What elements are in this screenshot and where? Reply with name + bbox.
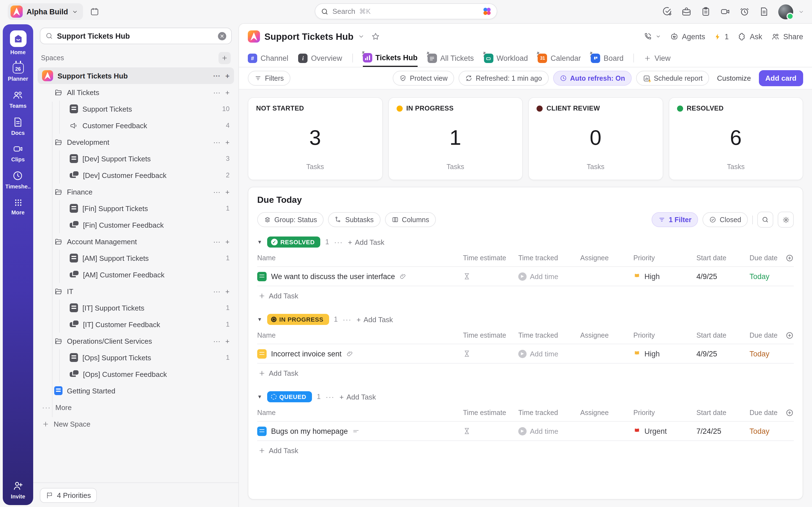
- sidebar-list[interactable]: [Fin] Customer Feedback: [38, 217, 234, 233]
- add-task-icon[interactable]: [662, 7, 672, 16]
- sidebar-list[interactable]: [Fin] Support Tickets 1: [38, 200, 234, 217]
- folder-menu-icon[interactable]: ···: [213, 337, 220, 345]
- status-badge-resolved[interactable]: ✓ RESOLVED: [267, 236, 320, 247]
- sidebar-doc-getting-started[interactable]: Getting Started: [38, 382, 234, 399]
- collapse-icon[interactable]: ▼: [257, 239, 262, 245]
- briefcase-icon[interactable]: [681, 7, 692, 16]
- folder-menu-icon[interactable]: ···: [213, 138, 220, 146]
- call-button[interactable]: [643, 32, 661, 41]
- add-column-icon[interactable]: [785, 409, 794, 417]
- group-add-task[interactable]: + Add Task: [340, 393, 376, 401]
- group-menu-icon[interactable]: ···: [326, 393, 335, 401]
- due-date-cell[interactable]: Today: [750, 427, 784, 435]
- auto-refresh-toggle[interactable]: Auto refresh: On: [553, 71, 632, 86]
- customize-button[interactable]: Customize: [714, 74, 754, 82]
- sidebar-list[interactable]: [Dev] Support Tickets 3: [38, 150, 234, 167]
- add-column-icon[interactable]: [785, 331, 794, 340]
- due-date-cell[interactable]: Today: [750, 349, 784, 358]
- sidebar-list[interactable]: [Ops] Customer Feedback: [38, 366, 234, 382]
- clipboard-icon[interactable]: [701, 7, 711, 16]
- add-time-button[interactable]: ▶Add time: [518, 349, 580, 358]
- add-task-row[interactable]: Add Task: [257, 286, 794, 305]
- status-badge-queued[interactable]: QUEUED: [267, 391, 312, 402]
- user-avatar[interactable]: [778, 4, 793, 19]
- tab-all-tickets[interactable]: All Tickets: [427, 49, 474, 67]
- time-estimate-cell[interactable]: [463, 350, 518, 357]
- space-add-icon[interactable]: +: [225, 71, 230, 80]
- folder-menu-icon[interactable]: ···: [213, 287, 220, 295]
- time-estimate-cell[interactable]: [463, 272, 518, 280]
- group-add-task[interactable]: + Add Task: [356, 315, 393, 324]
- global-search[interactable]: Search ⌘K: [315, 3, 497, 19]
- tab-channel[interactable]: # Channel: [248, 49, 289, 67]
- sidebar-item-space[interactable]: Support Tickets Hub ···+: [38, 67, 234, 84]
- settings-button[interactable]: [778, 212, 794, 228]
- tab-calendar[interactable]: 31 Calendar: [538, 49, 581, 67]
- status-badge-in-progress[interactable]: IN PROGRESS: [267, 314, 329, 325]
- alarm-icon[interactable]: [740, 7, 750, 16]
- card-in-progress[interactable]: IN PROGRESS 1 Tasks: [388, 97, 523, 180]
- task-name[interactable]: We want to discuss the user interface: [271, 272, 395, 280]
- sidebar-list[interactable]: [Ops] Support Tickets 1: [38, 349, 234, 366]
- video-icon[interactable]: [720, 7, 730, 16]
- rail-item-clips[interactable]: Clips: [11, 144, 25, 162]
- group-by-button[interactable]: Group: Status: [257, 212, 323, 227]
- task-name[interactable]: Incorrect invoice sent: [271, 349, 342, 358]
- add-column-icon[interactable]: [785, 254, 794, 262]
- sidebar-folder[interactable]: IT ···+: [38, 283, 234, 299]
- space-menu-icon[interactable]: ···: [213, 71, 220, 80]
- add-view-button[interactable]: View: [644, 49, 670, 67]
- folder-add-icon[interactable]: +: [225, 138, 230, 146]
- invite-button[interactable]: Invite: [11, 480, 25, 500]
- subtasks-button[interactable]: Subtasks: [328, 212, 380, 227]
- ask-button[interactable]: Ask: [738, 32, 762, 41]
- folder-add-icon[interactable]: +: [225, 187, 230, 196]
- sidebar-folder[interactable]: Operations/Client Services ···+: [38, 333, 234, 349]
- folder-add-icon[interactable]: +: [225, 88, 230, 97]
- refreshed-status[interactable]: Refreshed: 1 min ago: [459, 71, 548, 86]
- chevron-down-icon[interactable]: [358, 33, 364, 40]
- sidebar-list[interactable]: [AM] Support Tickets 1: [38, 250, 234, 266]
- sidebar-folder[interactable]: Development ···+: [38, 134, 234, 150]
- task-name[interactable]: Bugs on my homepage: [271, 427, 348, 435]
- priorities-button[interactable]: 4 Priorities: [40, 488, 97, 503]
- add-task-row[interactable]: Add Task: [257, 363, 794, 382]
- filter-count-button[interactable]: 1 Filter: [652, 212, 698, 227]
- rail-item-planner[interactable]: 26 Planner: [8, 63, 28, 82]
- sidebar-new-space[interactable]: New Space: [38, 415, 234, 432]
- sidebar-folder[interactable]: All Tickets ···+: [38, 84, 234, 101]
- workspace-switcher[interactable]: Alpha Build: [8, 3, 83, 20]
- group-menu-icon[interactable]: ···: [343, 315, 352, 324]
- tab-workload[interactable]: Workload: [484, 49, 528, 67]
- collapse-icon[interactable]: ▼: [257, 394, 262, 399]
- time-estimate-cell[interactable]: [463, 427, 518, 435]
- filters-button[interactable]: Filters: [248, 71, 290, 86]
- task-row[interactable]: Incorrect invoice sent ▶Add time High 4/…: [257, 344, 794, 363]
- schedule-report-button[interactable]: Schedule report: [636, 71, 709, 86]
- start-date-cell[interactable]: 7/24/25: [696, 427, 750, 435]
- sidebar-list[interactable]: [AM] Customer Feedback: [38, 266, 234, 283]
- priority-cell[interactable]: High: [633, 272, 696, 280]
- add-task-row[interactable]: Add Task: [257, 441, 794, 460]
- tab-overview[interactable]: i Overview: [298, 49, 342, 67]
- folder-menu-icon[interactable]: ···: [213, 88, 220, 97]
- tab-tickets-hub[interactable]: Tickets Hub: [363, 49, 418, 67]
- rail-item-home[interactable]: Home: [10, 31, 26, 55]
- folder-add-icon[interactable]: +: [225, 237, 230, 246]
- priority-cell[interactable]: High: [633, 349, 696, 358]
- star-icon[interactable]: [371, 32, 380, 41]
- folder-menu-icon[interactable]: ···: [213, 237, 220, 246]
- card-not-started[interactable]: NOT STARTED 3 Tasks: [248, 97, 383, 180]
- due-date-cell[interactable]: Today: [750, 272, 784, 280]
- sidebar-search-input[interactable]: [57, 32, 214, 40]
- clear-search-icon[interactable]: ✕: [218, 32, 226, 40]
- sidebar-list[interactable]: [IT] Support Tickets 1: [38, 299, 234, 316]
- start-date-cell[interactable]: 4/9/25: [696, 272, 750, 280]
- sidebar-more[interactable]: ··· More: [38, 399, 234, 415]
- sidebar-list[interactable]: [IT] Customer Feedback 1: [38, 316, 234, 333]
- start-date-cell[interactable]: 4/9/25: [696, 349, 750, 358]
- rail-item-docs[interactable]: Docs: [11, 117, 25, 136]
- agents-button[interactable]: Agents: [670, 32, 705, 41]
- sidebar-folder[interactable]: Account Management ···+: [38, 233, 234, 250]
- search-tasks-button[interactable]: [757, 212, 773, 228]
